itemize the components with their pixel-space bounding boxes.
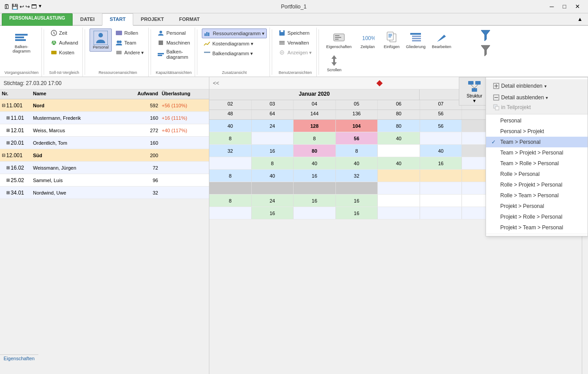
- left-panel: Stichtag: 27.03.20 17:00 Nr. Name Aufwan…: [0, 77, 209, 374]
- scrollen-btn[interactable]: Scrollen: [323, 52, 345, 74]
- benutzer-label: Benutzeransichten: [277, 69, 314, 76]
- menu-team-projekt-personal[interactable]: Team > Projekt > Personal: [486, 147, 588, 158]
- expand-icon[interactable]: ⊞: [6, 190, 10, 195]
- speichern-btn[interactable]: Speichern: [277, 28, 314, 37]
- svg-marker-44: [481, 30, 490, 41]
- expand-icon[interactable]: ⊟: [2, 153, 5, 158]
- tab-start[interactable]: START: [102, 13, 133, 26]
- andere-btn[interactable]: Andere ▾: [114, 48, 146, 57]
- anzeigen-btn[interactable]: Anzeigen ▾: [277, 48, 314, 57]
- rollen-btn[interactable]: Rollen: [114, 28, 146, 37]
- menu-projekt-team-personal[interactable]: Projekt > Team > Personal: [486, 222, 588, 233]
- gantt-cell: 16: [336, 207, 378, 219]
- zeit-btn[interactable]: Zeit: [49, 28, 80, 37]
- menu-rolle-projekt-personal[interactable]: Rolle > Projekt > Personal: [486, 179, 588, 190]
- svg-rect-24: [279, 42, 285, 43]
- in-teilprojekt-btn[interactable]: in Teilprojekt: [490, 102, 584, 112]
- svg-rect-37: [410, 33, 421, 35]
- expand-icon[interactable]: ⊞: [6, 178, 10, 183]
- menu-rolle-team-personal[interactable]: Rolle > Team > Personal: [486, 190, 588, 201]
- gantt-cell: 16: [336, 195, 378, 207]
- tab-datei[interactable]: DATEI: [73, 13, 102, 26]
- menu-projekt-personal[interactable]: Projekt > Personal: [486, 201, 588, 211]
- aufwand-btn[interactable]: A Aufwand: [49, 38, 80, 47]
- undo-icon[interactable]: ↩: [20, 4, 24, 10]
- svg-rect-22: [281, 30, 283, 32]
- menu-team-personal[interactable]: ✓ Team > Personal: [486, 137, 588, 147]
- tab-format[interactable]: FORMAT: [172, 13, 207, 26]
- table-row[interactable]: ⊟ 11.001 Nord 592 +56 (110%): [0, 99, 209, 112]
- week-05: 05: [336, 100, 378, 110]
- menu-projekt-personal-label: Projekt > Personal: [500, 203, 544, 209]
- nav-prev-btn[interactable]: <<: [209, 80, 223, 86]
- kostendiagramm-icon: [204, 40, 211, 47]
- expand-icon[interactable]: ⊞: [6, 115, 10, 120]
- gantt-cell: 32: [209, 145, 252, 157]
- svg-text:A: A: [52, 40, 56, 46]
- gliederung-btn[interactable]: Gliederung: [403, 28, 428, 51]
- balken2-btn[interactable]: Balken-diagramm: [155, 48, 192, 61]
- balkendiagramm-btn[interactable]: Balken-diagramm: [10, 28, 33, 55]
- minimize-btn[interactable]: ─: [545, 1, 558, 12]
- eigenschaften-btn[interactable]: Eigenschaften: [323, 28, 354, 51]
- gantt-cell: [209, 157, 252, 169]
- table-row[interactable]: ⊞ 11.01 Mustermann, Frederik 160 +16 (11…: [0, 112, 209, 124]
- menu-rolle-personal[interactable]: Rolle > Personal: [486, 169, 588, 179]
- clock-icon: [50, 29, 57, 37]
- window-icon[interactable]: 🗖: [31, 4, 37, 10]
- team-btn[interactable]: Team: [114, 38, 146, 47]
- bearbeiten-btn[interactable]: Bearbeiten: [429, 28, 454, 51]
- filter2-icon[interactable]: [480, 45, 491, 57]
- gantt-cell: 40: [336, 157, 378, 169]
- close-btn[interactable]: ✕: [571, 1, 584, 12]
- window-controls[interactable]: ─ □ ✕: [545, 1, 584, 12]
- menu-team-rolle-personal[interactable]: Team > Rolle > Personal: [486, 158, 588, 169]
- save-icon[interactable]: 💾: [12, 4, 18, 10]
- table-row[interactable]: ⊞ 25.02 Sammel, Luis 96: [0, 174, 209, 187]
- table-row[interactable]: ⊟ 12.001 Süd 200: [0, 149, 209, 162]
- filter-icon[interactable]: [480, 29, 491, 42]
- ribbon-collapse-btn[interactable]: ▲: [574, 13, 586, 25]
- kosten-btn[interactable]: Kosten: [49, 48, 80, 57]
- menu-projekt-rolle-personal[interactable]: Projekt > Rolle > Personal: [486, 211, 588, 222]
- dropdown-icon[interactable]: ▼: [38, 4, 42, 10]
- personal2-btn[interactable]: Personal: [155, 28, 192, 37]
- menu-personal[interactable]: Personal: [486, 115, 588, 126]
- personal-btn[interactable]: Personal: [90, 28, 112, 52]
- table-row[interactable]: ⊞ 16.02 Weissmann, Jürgen 72: [0, 162, 209, 174]
- right-panel: << Januar 2020 Februar 2020 02 03 04 05 …: [209, 77, 588, 374]
- td-name: Süd: [31, 152, 124, 159]
- menu-rolle-personal-label: Rolle > Personal: [500, 171, 539, 177]
- detail-einblenden-btn[interactable]: Detail einblenden ▾: [490, 81, 550, 91]
- eigenschaften-link[interactable]: Eigenschaften: [0, 354, 38, 363]
- ressourcendiagramm-btn[interactable]: Ressourcendiagramm ▾: [202, 28, 267, 38]
- tab-personalauslastung[interactable]: PERSONALAUSLASTUNG: [2, 13, 73, 26]
- zeitplan-btn[interactable]: 100% Zeitplan: [355, 28, 380, 51]
- tab-projekt[interactable]: PROJEKT: [133, 13, 172, 26]
- nr-val: 11.01: [11, 115, 24, 121]
- expand-icon[interactable]: ⊞: [6, 165, 10, 170]
- detail-einblenden-label: Detail einblenden: [501, 83, 543, 89]
- nr-val: 11.001: [6, 102, 23, 109]
- table-row[interactable]: ⊞ 34.01 Nordwind, Uwe 32: [0, 187, 209, 199]
- kostendiagramm-btn[interactable]: Kostendiagramm ▾: [202, 39, 267, 48]
- redo-icon[interactable]: ↪: [25, 4, 30, 10]
- total-04: 144: [294, 110, 336, 119]
- expand-icon[interactable]: ⊟: [2, 103, 5, 108]
- maximize-btn[interactable]: □: [558, 1, 571, 12]
- table-row[interactable]: ⊞ 12.01 Weiss, Marcus 272 +40 (117%): [0, 124, 209, 137]
- gantt-cell: [378, 207, 420, 219]
- expand-icon[interactable]: ⊞: [6, 128, 10, 133]
- detail-ausblenden-btn[interactable]: Detail ausblenden ▾: [490, 93, 551, 102]
- einfuegen-btn[interactable]: Einfügen: [381, 28, 402, 51]
- nr-val: 12.001: [6, 152, 23, 159]
- expand-icon[interactable]: ⊞: [6, 140, 10, 145]
- maschinen-btn[interactable]: Maschinen: [155, 38, 192, 47]
- einfuegen-icon: [384, 30, 399, 45]
- table-header: Nr. Name Aufwand Überlastung: [0, 89, 209, 99]
- verwalten-btn[interactable]: Verwalten: [277, 38, 314, 47]
- balken3-btn[interactable]: Balkendiagramm ▾: [202, 49, 267, 58]
- menu-personal-projekt[interactable]: Personal > Projekt: [486, 126, 588, 137]
- table-row[interactable]: ⊞ 20.01 Ordentlich, Tom 160: [0, 137, 209, 149]
- svg-rect-30: [335, 37, 341, 38]
